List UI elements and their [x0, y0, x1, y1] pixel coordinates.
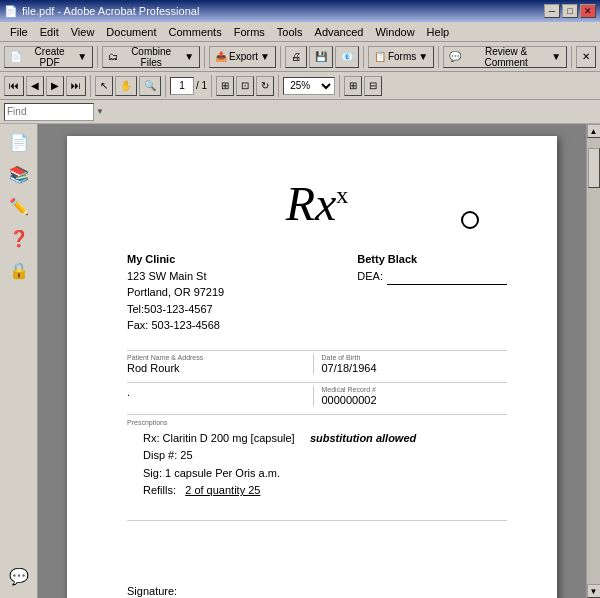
document-page: Rxx My Clinic 123 SW Main St Portland, O… [67, 136, 557, 598]
icon5: 💾 [315, 51, 327, 62]
zoom-select[interactable]: 25% 50% 75% 100% [283, 77, 335, 95]
sub-allowed: substitution allowed [310, 432, 416, 444]
nav-toolbar: ⏮ ◀ ▶ ⏭ ↖ ✋ 🔍 / 1 ⊞ ⊡ ↻ 25% 50% 75% 100%… [0, 72, 600, 100]
dob-cell: Date of Birth 07/18/1964 [313, 354, 508, 374]
scroll-thumb[interactable] [588, 148, 600, 188]
mrn-cell: Medical Record # 000000002 [313, 386, 508, 406]
export-button[interactable]: 📤 Export ▼ [209, 46, 276, 68]
mrn-label: Medical Record # [322, 386, 508, 393]
combine-files-icon: 🗂 [108, 51, 118, 62]
panel-bookmarks-icon[interactable]: 📚 [5, 160, 33, 188]
nav-icon-1[interactable]: ⊞ [344, 76, 362, 96]
maximize-button[interactable]: □ [562, 4, 578, 18]
menu-file[interactable]: File [4, 24, 34, 40]
menu-edit[interactable]: Edit [34, 24, 65, 40]
nav-sep-4 [278, 75, 279, 97]
dob-value: 07/18/1964 [322, 362, 508, 374]
menu-document[interactable]: Document [100, 24, 162, 40]
panel-comments-icon[interactable]: 💬 [5, 562, 33, 590]
toolbar-btn-6[interactable]: 📧 [335, 46, 359, 68]
menu-tools[interactable]: Tools [271, 24, 309, 40]
prescriptions-section: Prescriptions Rx: Claritin D 200 mg [cap… [127, 414, 507, 500]
patient-name-cell: Patient Name & Address Rod Rourk [127, 354, 313, 374]
left-panel: 📄 📚 ✏️ ❓ 🔒 💬 [0, 124, 38, 598]
panel-security-icon[interactable]: 🔒 [5, 256, 33, 284]
prescriptions-label: Prescriptions [127, 419, 507, 426]
toolbar-btn-4[interactable]: 🖨 [285, 46, 307, 68]
nav-icon-2[interactable]: ⊟ [364, 76, 382, 96]
menu-comments[interactable]: Comments [163, 24, 228, 40]
app-icon: 📄 [4, 5, 18, 18]
review-comment-button[interactable]: 💬 Review & Comment ▼ [443, 46, 567, 68]
icon6: 📧 [341, 51, 353, 62]
scroll-down-button[interactable]: ▼ [587, 584, 601, 598]
hand-tool-button[interactable]: ✋ [115, 76, 137, 96]
review-icon: 💬 [449, 51, 461, 62]
address-mrn-row: . Medical Record # 000000002 [127, 382, 507, 406]
select-tool-button[interactable]: ↖ [95, 76, 113, 96]
separator-line [127, 520, 507, 521]
window-title: file.pdf - Adobe Acrobat Professional [22, 5, 199, 17]
panel-info-icon[interactable]: ❓ [5, 224, 33, 252]
patient-name-label: Patient Name & Address [127, 354, 313, 361]
menu-bar: File Edit View Document Comments Forms T… [0, 22, 600, 42]
zoom-in-button[interactable]: 🔍 [139, 76, 161, 96]
nav-prev-button[interactable]: ◀ [26, 76, 44, 96]
clinic-address: 123 SW Main St [127, 268, 224, 285]
close-button[interactable]: ✕ [580, 4, 596, 18]
rotate-button[interactable]: ↻ [256, 76, 274, 96]
close-toolbar-button[interactable]: ✕ [576, 46, 596, 68]
dea-line: DEA: [357, 268, 507, 286]
clinic-tel: Tel:503-123-4567 [127, 301, 224, 318]
rx-line1: Rx: Claritin D 200 mg [capsule] substitu… [143, 430, 507, 448]
refills-link[interactable]: 2 of quantity 25 [185, 484, 260, 496]
toolbar-sep-1 [97, 46, 98, 68]
clinic-right: Betty Black DEA: [357, 251, 507, 334]
toolbar-sep-5 [438, 46, 439, 68]
mrn-value: 000000002 [322, 394, 508, 406]
title-bar-controls: ─ □ ✕ [544, 4, 596, 18]
clinic-info: My Clinic 123 SW Main St Portland, OR 97… [127, 251, 507, 334]
scroll-track[interactable] [587, 138, 600, 584]
nav-first-button[interactable]: ⏮ [4, 76, 24, 96]
rx-name: Rx: Claritin D 200 mg [capsule] [143, 432, 295, 444]
create-pdf-button[interactable]: 📄 Create PDF ▼ [4, 46, 93, 68]
toolbar-sep-3 [280, 46, 281, 68]
dropdown-arrow2-icon: ▼ [184, 51, 194, 62]
panel-pages-icon[interactable]: 📄 [5, 128, 33, 156]
menu-help[interactable]: Help [421, 24, 456, 40]
fit-page-button[interactable]: ⊞ [216, 76, 234, 96]
page-number-input[interactable] [170, 77, 194, 95]
find-input[interactable] [4, 103, 94, 121]
signature-section: Signature: Date: 2011-09-29 [127, 581, 507, 598]
panel-signatures-icon[interactable]: ✏️ [5, 192, 33, 220]
combine-files-button[interactable]: 🗂 Combine Files ▼ [102, 46, 200, 68]
main-toolbar: 📄 Create PDF ▼ 🗂 Combine Files ▼ 📤 Expor… [0, 42, 600, 72]
menu-advanced[interactable]: Advanced [309, 24, 370, 40]
find-dropdown-icon[interactable]: ▼ [96, 107, 104, 116]
menu-view[interactable]: View [65, 24, 101, 40]
nav-last-button[interactable]: ⏭ [66, 76, 86, 96]
dea-label: DEA: [357, 268, 383, 285]
doctor-name: Betty Black [357, 251, 507, 268]
clinic-fax: Fax: 503-123-4568 [127, 317, 224, 334]
forms-icon: 📋 [374, 51, 386, 62]
clinic-city: Portland, OR 97219 [127, 284, 224, 301]
nav-next-button[interactable]: ▶ [46, 76, 64, 96]
disp-line: Disp #: 25 [143, 447, 507, 465]
page-separator: / 1 [196, 80, 207, 91]
menu-forms[interactable]: Forms [228, 24, 271, 40]
sig-line-text: Sig: 1 capsule Per Oris a.m. [143, 465, 507, 483]
signature-line: Signature: [127, 581, 507, 598]
forms-button[interactable]: 📋 Forms ▼ [368, 46, 434, 68]
title-bar-left: 📄 file.pdf - Adobe Acrobat Professional [4, 5, 199, 18]
minimize-button[interactable]: ─ [544, 4, 560, 18]
actual-size-button[interactable]: ⊡ [236, 76, 254, 96]
export-icon: 📤 [215, 51, 227, 62]
scroll-up-button[interactable]: ▲ [587, 124, 601, 138]
refills-line: Refills: 2 of quantity 25 [143, 482, 507, 500]
menu-window[interactable]: Window [369, 24, 420, 40]
toolbar-btn-5[interactable]: 💾 [309, 46, 333, 68]
nav-sep-3 [211, 75, 212, 97]
toolbar-sep-2 [204, 46, 205, 68]
